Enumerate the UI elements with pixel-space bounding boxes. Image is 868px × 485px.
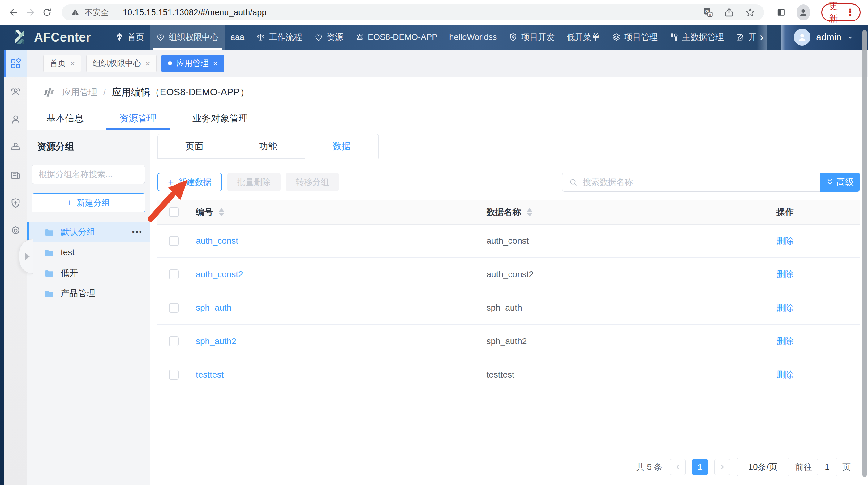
browser-update-button[interactable]: 更新 ⋮ (821, 3, 861, 21)
delete-link[interactable]: 删除 (776, 269, 794, 279)
page-tab[interactable]: 资源管理 (119, 107, 157, 130)
sidebar-rail-item[interactable] (4, 133, 27, 161)
row-id-link[interactable]: auth_const (196, 236, 238, 246)
url-text[interactable]: 10.15.15.151:13082/#/menu_auth/app (123, 8, 267, 17)
row-checkbox[interactable] (169, 370, 179, 380)
app-logo[interactable]: AFCenter (0, 25, 109, 50)
header-nav-item[interactable]: 项目开发 (503, 25, 560, 50)
header-nav-item[interactable]: helloWorldss (443, 25, 503, 50)
delete-link[interactable]: 删除 (776, 370, 794, 379)
heart-badge-icon (156, 32, 165, 42)
workspace-tab[interactable]: 组织权限中心 × (86, 55, 157, 72)
select-all-checkbox[interactable] (169, 207, 179, 217)
pagination: 共 5 条 1 10条/页 前往 页 (636, 458, 851, 476)
column-header-id[interactable]: 编号 (196, 206, 213, 218)
address-bar[interactable]: 不安全 10.15.15.151:13082/#/menu_auth/app G… (62, 4, 764, 21)
header-nav-item[interactable]: 主数据管理 (663, 25, 730, 50)
header-nav-item[interactable]: 低开菜单 (560, 25, 606, 50)
bookmark-star-icon[interactable] (745, 7, 755, 18)
page-scrollbar[interactable] (862, 30, 867, 477)
nav-item-label: 主数据管理 (682, 32, 724, 43)
workspace-tab[interactable]: 首页 × (43, 55, 81, 72)
more-options-icon[interactable]: ••• (132, 228, 143, 236)
resource-type-tab[interactable]: 数据 (305, 135, 379, 159)
header-nav-item[interactable]: 项目管理 (606, 25, 663, 50)
prev-page-button[interactable] (670, 459, 686, 475)
sidebar-rail-item[interactable] (4, 50, 27, 78)
nav-overflow-chevron-icon[interactable]: › (757, 25, 767, 50)
page-tab-label: 业务对象管理 (192, 112, 248, 125)
group-name: 默认分组 (61, 226, 95, 238)
row-name: auth_const (487, 236, 529, 246)
goto-page-input[interactable] (817, 458, 837, 476)
sidebar-rail-item[interactable] (4, 161, 27, 189)
nav-item-label: 工作流程 (269, 32, 302, 43)
header-nav-item[interactable]: aaa (224, 25, 250, 50)
translate-icon[interactable]: G文 (703, 7, 713, 18)
group-list-item[interactable]: 低开 ••• (27, 263, 150, 283)
sidebar-rail-item[interactable] (4, 217, 27, 245)
data-search-input[interactable] (562, 172, 820, 192)
group-search-input[interactable] (32, 165, 145, 184)
delete-link[interactable]: 删除 (776, 236, 794, 246)
security-warning-icon[interactable] (70, 8, 80, 17)
resource-group-panel: 资源分组 + 新建分组 默认分组 ••• test ••• 低开 ••• 产品管… (27, 131, 150, 485)
back-icon[interactable] (7, 6, 20, 19)
security-label[interactable]: 不安全 (85, 7, 109, 18)
resource-type-tab[interactable]: 页面 (158, 135, 231, 159)
forward-icon[interactable] (24, 6, 36, 19)
breadcrumb-section[interactable]: 应用管理 (62, 86, 97, 98)
group-list-item[interactable]: 产品管理 ••• (27, 283, 150, 304)
user-menu[interactable]: admin (781, 25, 868, 50)
sort-icon[interactable] (219, 208, 224, 217)
header-nav-item[interactable]: EOS8-DEMO-APP (349, 25, 443, 50)
side-panel-icon[interactable] (776, 7, 786, 18)
row-checkbox[interactable] (169, 336, 179, 346)
header-nav-item[interactable]: 组织权限中心 (150, 25, 224, 50)
delete-link[interactable]: 删除 (776, 336, 794, 346)
header-nav-item[interactable]: 首页 (109, 25, 150, 50)
column-header-name[interactable]: 数据名称 (487, 206, 521, 218)
sidebar-rail-item[interactable] (4, 78, 27, 105)
row-checkbox[interactable] (169, 303, 179, 313)
workspace-tab[interactable]: 应用管理 × (161, 55, 224, 72)
new-data-button[interactable]: + 新建数据 (157, 173, 222, 191)
row-checkbox[interactable] (169, 269, 179, 279)
browser-menu-dots-icon[interactable]: ⋮ (845, 6, 855, 18)
advanced-search-button[interactable]: 高级 (820, 172, 860, 192)
row-id-link[interactable]: testtest (196, 370, 224, 380)
transfer-group-button[interactable]: 转移分组 (286, 173, 339, 191)
header-nav-item[interactable]: 开 (730, 25, 757, 50)
header-nav: 首页 组织权限中心 aaa 工作流程 资源 EOS8-DEMO-APP hell… (109, 25, 757, 50)
new-group-button[interactable]: + 新建分组 (32, 193, 145, 212)
group-list-item[interactable]: 默认分组 ••• (27, 222, 150, 242)
page-tab[interactable]: 业务对象管理 (192, 107, 248, 130)
header-nav-item[interactable]: 资源 (308, 25, 349, 50)
page-size-select[interactable]: 10条/页 (737, 458, 789, 476)
close-icon[interactable]: × (145, 59, 150, 67)
row-id-link[interactable]: auth_const2 (196, 269, 243, 279)
profile-icon[interactable] (797, 4, 810, 21)
page-tab[interactable]: 基本信息 (46, 107, 84, 130)
group-list-item[interactable]: test ••• (27, 242, 150, 263)
row-id-link[interactable]: sph_auth (196, 303, 231, 313)
row-checkbox[interactable] (169, 236, 179, 246)
close-icon[interactable]: × (213, 59, 217, 67)
layers-icon (612, 32, 621, 42)
workspace-tab-label: 应用管理 (176, 58, 209, 69)
reload-icon[interactable] (41, 6, 53, 19)
resource-type-tab[interactable]: 功能 (231, 135, 305, 159)
next-page-button[interactable] (714, 459, 730, 475)
sidebar-rail-item[interactable] (4, 189, 27, 217)
row-id-link[interactable]: sph_auth2 (196, 336, 236, 346)
sort-icon[interactable] (527, 208, 532, 217)
slashes-icon (43, 87, 56, 98)
current-page-button[interactable]: 1 (692, 459, 708, 475)
batch-delete-button[interactable]: 批量删除 (227, 173, 281, 191)
share-icon[interactable] (724, 7, 734, 18)
resource-type-tabs: 页面 功能 数据 (157, 134, 379, 159)
close-icon[interactable]: × (70, 59, 75, 67)
sidebar-rail-item[interactable] (4, 105, 27, 133)
delete-link[interactable]: 删除 (776, 303, 794, 313)
header-nav-item[interactable]: 工作流程 (250, 25, 308, 50)
